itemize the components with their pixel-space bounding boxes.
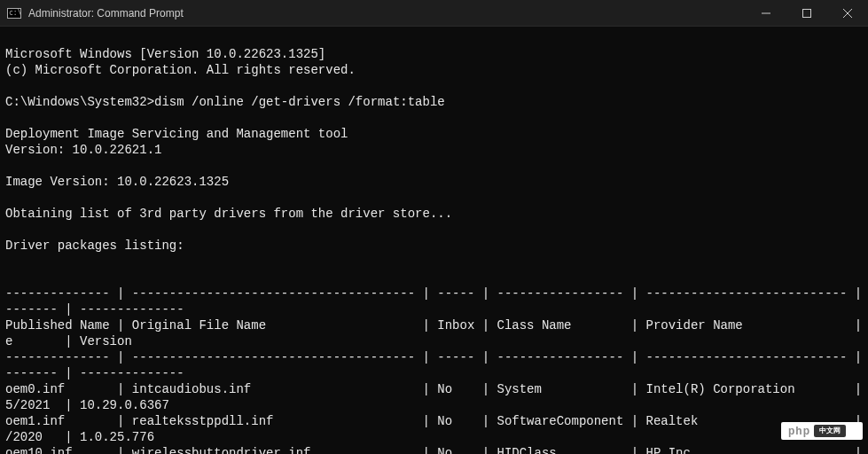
image-version: Image Version: 10.0.22623.1325	[5, 175, 229, 189]
cmd-icon: c:\	[7, 8, 21, 19]
table-rule: ------- | --------------	[5, 366, 184, 380]
table-row: 5/2021 | 10.29.0.6367	[5, 398, 169, 412]
table-row: oem10.inf | wirelessbuttondriver.inf | N…	[5, 446, 868, 454]
table-row: /2020 | 1.0.25.776	[5, 430, 154, 444]
close-icon	[843, 9, 852, 18]
banner-line: Microsoft Windows [Version 10.0.22623.13…	[5, 47, 325, 61]
table-header: e | Version	[5, 334, 132, 348]
table-header: Published Name | Original File Name | In…	[5, 318, 868, 333]
watermark: php 中文网	[781, 422, 863, 440]
table-rule: ------- | --------------	[5, 302, 184, 317]
watermark-text: php	[781, 423, 814, 439]
prompt: C:\Windows\System32>	[5, 95, 154, 109]
titlebar[interactable]: c:\ Administrator: Command Prompt	[0, 0, 868, 27]
status-line: Obtaining list of 3rd party drivers from…	[5, 207, 452, 221]
table-row: oem1.inf | realteksstppdll.inf | No | So…	[5, 414, 868, 428]
minimize-button[interactable]	[746, 0, 786, 26]
svg-rect-1	[803, 9, 811, 17]
maximize-icon	[802, 9, 811, 18]
table-rule: -------------- | -----------------------…	[5, 286, 868, 301]
dism-title: Deployment Image Servicing and Managemen…	[5, 127, 348, 141]
watermark-badge: 中文网	[814, 425, 846, 437]
banner-line: (c) Microsoft Corporation. All rights re…	[5, 63, 356, 77]
close-button[interactable]	[827, 0, 868, 26]
window-title: Administrator: Command Prompt	[28, 7, 746, 20]
listing-header: Driver packages listing:	[5, 239, 184, 253]
command-text: dism /online /get-drivers /format:table	[154, 95, 445, 109]
table-rule: -------------- | -----------------------…	[5, 350, 868, 364]
minimize-icon	[762, 9, 770, 18]
table-row: oem0.inf | intcaudiobus.inf | No | Syste…	[5, 382, 868, 396]
dism-version: Version: 10.0.22621.1	[5, 143, 161, 157]
app-icon: c:\	[0, 8, 28, 19]
terminal-output[interactable]: Microsoft Windows [Version 10.0.22623.13…	[0, 27, 868, 454]
maximize-button[interactable]	[786, 0, 827, 26]
window-controls	[746, 0, 868, 26]
